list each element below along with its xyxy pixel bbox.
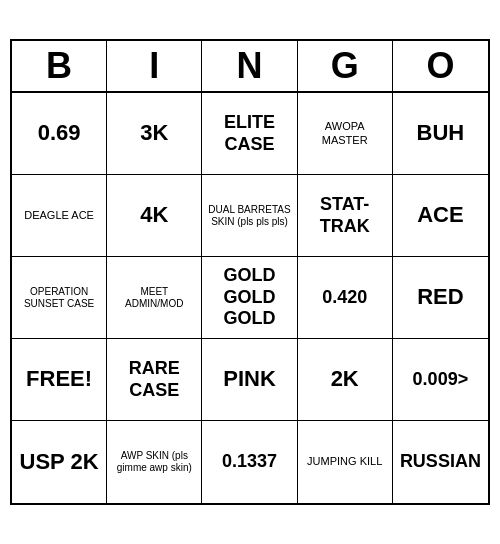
bingo-cell: 4K [107,175,202,257]
bingo-cell: 0.009> [393,339,488,421]
bingo-letter: G [298,41,393,91]
bingo-cell: GOLD GOLD GOLD [202,257,297,339]
bingo-cell: DEAGLE ACE [12,175,107,257]
bingo-cell: 3K [107,93,202,175]
bingo-letter: N [202,41,297,91]
bingo-grid: 0.693KELITE CASEAWOPA MASTERBUHDEAGLE AC… [12,93,488,503]
bingo-cell: OPERATION SUNSET CASE [12,257,107,339]
bingo-cell: RARE CASE [107,339,202,421]
bingo-cell: RUSSIAN [393,421,488,503]
bingo-cell: 2K [298,339,393,421]
bingo-cell: PINK [202,339,297,421]
bingo-letter: O [393,41,488,91]
bingo-cell: MEET ADMIN/MOD [107,257,202,339]
bingo-cell: AWOPA MASTER [298,93,393,175]
bingo-cell: 0.69 [12,93,107,175]
bingo-cell: ELITE CASE [202,93,297,175]
bingo-header: BINGO [12,41,488,93]
bingo-cell: USP 2K [12,421,107,503]
bingo-cell: ACE [393,175,488,257]
bingo-cell: RED [393,257,488,339]
bingo-letter: I [107,41,202,91]
bingo-cell: AWP SKIN (pls gimme awp skin) [107,421,202,503]
bingo-cell: BUH [393,93,488,175]
bingo-cell: DUAL BARRETAS SKIN (pls pls pls) [202,175,297,257]
bingo-cell: JUMPING KILL [298,421,393,503]
bingo-letter: B [12,41,107,91]
bingo-card: BINGO 0.693KELITE CASEAWOPA MASTERBUHDEA… [10,39,490,505]
bingo-cell: 0.420 [298,257,393,339]
bingo-cell: 0.1337 [202,421,297,503]
bingo-cell: STAT-TRAK [298,175,393,257]
bingo-cell: FREE! [12,339,107,421]
